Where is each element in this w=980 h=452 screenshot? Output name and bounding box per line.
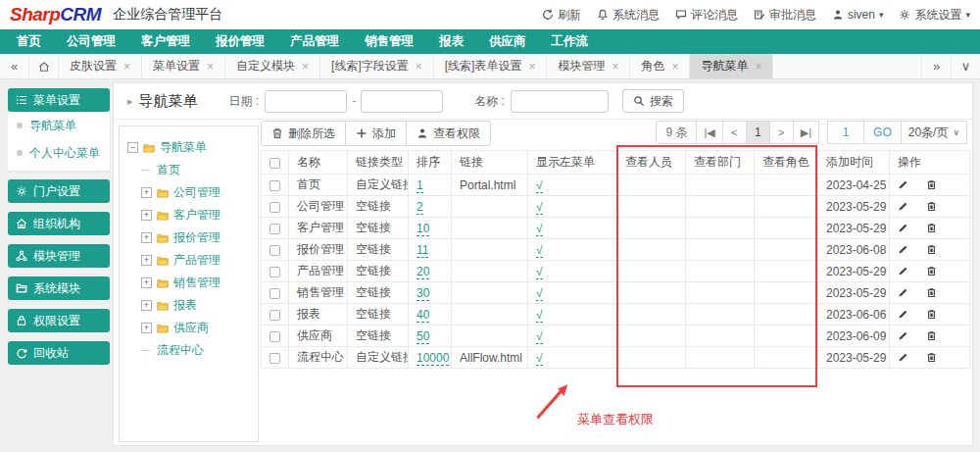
pagination-go-button[interactable]: GO [863,121,902,144]
delete-icon[interactable] [926,201,937,212]
edit-icon[interactable] [898,352,908,363]
nav-item-product-mgmt[interactable]: 产品管理 [277,29,352,54]
header-action-refresh[interactable]: 刷新 [542,7,581,24]
row-checkbox[interactable] [270,202,280,213]
row-checkbox[interactable] [270,353,280,364]
show-left-menu-flag[interactable]: √ [536,222,543,236]
pagination-page-input[interactable] [827,121,864,144]
select-all-checkbox[interactable] [270,158,280,169]
tree-item-reports[interactable]: +报表 [123,294,254,317]
sort-value-link[interactable]: 30 [416,286,429,301]
tab-lead-form-settings[interactable]: [线索]表单设置× [434,54,548,78]
delete-icon[interactable] [926,352,937,363]
pagination-prev-button[interactable]: < [722,121,747,144]
tree-expand-icon[interactable]: + [141,255,152,266]
tree-item-product-mgmt[interactable]: +产品管理 [123,249,254,272]
sort-value-link[interactable]: 10000 [416,351,449,366]
tree-expand-icon[interactable]: + [141,323,152,333]
close-icon[interactable]: × [612,60,618,74]
sidebar-item-portal-settings[interactable]: 门户设置 [8,179,110,203]
page-size-select[interactable]: 20条/页∨ [901,121,967,144]
edit-icon[interactable] [898,179,908,190]
delete-icon[interactable] [926,330,937,341]
edit-icon[interactable] [898,309,908,320]
edit-icon[interactable] [898,266,908,276]
show-left-menu-flag[interactable]: √ [536,178,543,193]
sort-value-link[interactable]: 2 [416,200,423,215]
delete-icon[interactable] [926,309,937,320]
sort-value-link[interactable]: 50 [416,329,429,344]
tree-item-process-center[interactable]: 流程中心 [123,339,254,362]
tab-module-mgmt[interactable]: 模块管理× [547,54,630,78]
tree-item-suppliers[interactable]: +供应商 [123,317,254,339]
tab-nav-menu[interactable]: 导航菜单× [690,54,773,78]
close-icon[interactable]: × [528,60,535,74]
sidebar-item-permission-settings[interactable]: 权限设置 [8,309,110,332]
nav-item-customer-mgmt[interactable]: 客户管理 [128,29,203,54]
tabs-collapse-button[interactable]: ∨ [951,54,980,78]
tree-item-home[interactable]: 首页 [123,159,254,181]
date-from-input[interactable] [265,90,347,113]
show-left-menu-flag[interactable]: √ [536,265,543,279]
header-action-comment-messages[interactable]: 评论消息 [675,7,738,24]
edit-icon[interactable] [898,244,908,255]
sort-value-link[interactable]: 1 [416,178,423,193]
show-left-menu-flag[interactable]: √ [536,351,543,366]
delete-selected-button[interactable]: 删除所选 [261,121,346,146]
row-checkbox[interactable] [270,224,280,234]
row-checkbox[interactable] [270,288,280,299]
edit-icon[interactable] [898,287,908,298]
sort-value-link[interactable]: 40 [416,308,429,323]
show-left-menu-flag[interactable]: √ [536,200,543,215]
header-action-approval-messages[interactable]: 审批消息 [754,7,816,24]
sidebar-item-org-structure[interactable]: 组织机构 [8,212,110,235]
sidebar-item-module-mgmt[interactable]: 模块管理 [8,244,110,268]
row-checkbox[interactable] [270,267,280,277]
edit-icon[interactable] [898,223,908,233]
tree-item-sales-mgmt[interactable]: +销售管理 [123,272,254,294]
row-checkbox[interactable] [270,310,280,321]
pagination-next-button[interactable]: > [769,121,794,144]
sort-value-link[interactable]: 10 [416,222,429,236]
nav-item-home[interactable]: 首页 [4,29,54,54]
view-permissions-button[interactable]: 查看权限 [406,121,491,146]
nav-item-workflow[interactable]: 工作流 [539,29,602,54]
header-action-system-settings[interactable]: 系统设置▾ [899,7,970,24]
delete-icon[interactable] [926,223,937,233]
delete-icon[interactable] [926,266,937,276]
header-action-system-messages[interactable]: 系统消息 [597,7,660,24]
row-checkbox[interactable] [270,180,280,191]
tree-expand-icon[interactable]: + [141,210,152,221]
pagination-page-1[interactable]: 1 [746,121,770,144]
tabs-scroll-back-button[interactable]: « [0,54,29,78]
tree-item-customer-mgmt[interactable]: +客户管理 [123,204,254,226]
row-checkbox[interactable] [270,245,280,256]
nav-item-suppliers[interactable]: 供应商 [476,29,539,54]
tabs-scroll-forward-button[interactable]: » [921,54,951,78]
close-icon[interactable]: × [207,60,214,74]
date-to-input[interactable] [361,90,443,113]
tree-item-quote-mgmt[interactable]: +报价管理 [123,226,254,249]
name-input[interactable] [511,90,609,113]
tree-expand-icon[interactable]: + [141,232,152,243]
tab-roles[interactable]: 角色× [630,54,690,78]
tree-expand-icon[interactable]: + [141,277,152,288]
sidebar-subitem-personal-center-menu[interactable]: 个人中心菜单 [8,139,110,167]
pagination-first-button[interactable]: |◀ [696,121,722,144]
delete-icon[interactable] [926,287,937,298]
sidebar-item-recycle-bin[interactable]: 回收站 [8,341,110,365]
close-icon[interactable]: × [416,60,422,74]
sort-value-link[interactable]: 11 [416,243,428,258]
pagination-last-button[interactable]: ▶| [793,121,819,144]
tab-lead-field-settings[interactable]: [线索]字段设置× [320,54,434,78]
show-left-menu-flag[interactable]: √ [536,329,543,344]
tree-item-company-mgmt[interactable]: +公司管理 [123,181,254,204]
close-icon[interactable]: × [755,60,761,74]
nav-item-reports[interactable]: 报表 [426,29,476,54]
sort-value-link[interactable]: 20 [416,265,429,279]
tab-menu-settings[interactable]: 菜单设置× [142,54,225,78]
header-action-user-menu[interactable]: siven▾ [832,8,884,22]
show-left-menu-flag[interactable]: √ [536,308,543,323]
tab-skin-settings[interactable]: 皮肤设置× [59,54,142,78]
tree-expand-icon[interactable]: + [141,187,152,198]
